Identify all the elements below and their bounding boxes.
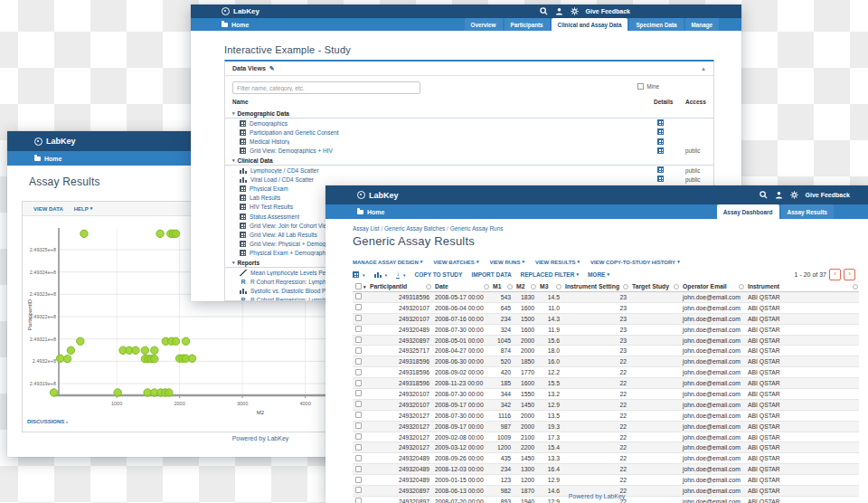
tab-manage[interactable]: Manage (685, 18, 719, 31)
data-point[interactable] (141, 346, 148, 354)
tree-category-row[interactable]: ▾Demographic Data (225, 109, 713, 119)
tab-clinical-and-assay-data[interactable]: Clinical and Assay Data (552, 18, 628, 31)
details-icon[interactable] (657, 166, 664, 174)
row-checkbox[interactable] (355, 422, 362, 429)
tree-item-link[interactable]: Grid View: All Lab Results (250, 232, 317, 238)
data-point[interactable] (172, 230, 179, 237)
data-point[interactable] (67, 346, 74, 354)
row-checkbox[interactable] (355, 326, 362, 332)
data-point[interactable] (132, 346, 139, 354)
menu-manage-assay-design[interactable]: MANAGE ASSAY DESIGN▾ (353, 259, 422, 265)
column-header-date[interactable]: Date (432, 281, 490, 292)
tree-item-link[interactable]: Lab Results (250, 195, 280, 201)
row-select-cell[interactable] (353, 335, 367, 346)
row-select-cell[interactable] (353, 346, 367, 356)
tree-item-link[interactable]: Systolic vs. Diastolic Blood Press (250, 288, 337, 294)
tree-item-row[interactable]: Medical History (225, 138, 713, 147)
home-link[interactable]: Home (222, 22, 249, 28)
row-checkbox[interactable] (355, 380, 362, 386)
row-checkbox[interactable] (355, 477, 362, 483)
tree-collapse-icon[interactable]: ▾ (232, 110, 235, 116)
row-select-cell[interactable] (353, 442, 367, 453)
row-checkbox[interactable] (355, 369, 362, 375)
row-select-cell[interactable] (353, 453, 367, 464)
column-header-target-study[interactable]: Target Study (629, 281, 680, 292)
sort-icon[interactable] (674, 284, 679, 289)
labkey-logo[interactable]: LabKey (357, 191, 399, 200)
home-link[interactable]: Home (357, 209, 384, 215)
sort-icon[interactable] (507, 284, 513, 289)
tab-overview[interactable]: Overview (465, 18, 503, 31)
tab-assay-dashboard[interactable]: Assay Dashboard (717, 204, 779, 219)
row-select-cell[interactable] (353, 378, 367, 389)
tree-item-link[interactable]: Demographics (250, 120, 288, 127)
data-point[interactable] (56, 355, 63, 362)
toolbar-button-more[interactable]: MORE▾ (588, 271, 609, 278)
data-point[interactable] (80, 230, 88, 237)
data-point[interactable] (63, 355, 71, 362)
data-point[interactable] (165, 389, 173, 396)
row-checkbox[interactable] (355, 466, 362, 472)
tree-item-row[interactable]: Participation and Genetic Consent (225, 128, 713, 137)
tree-item-link[interactable]: Grid View: Demographics + HIV (250, 147, 333, 154)
chart-icon[interactable]: ▾ (374, 271, 388, 278)
tab-specimen-data[interactable]: Specimen Data (629, 18, 683, 31)
mine-checkbox[interactable] (637, 83, 644, 90)
tree-item-link[interactable]: HIV Test Results (250, 204, 293, 210)
give-feedback-link[interactable]: Give Feedback (806, 192, 850, 198)
tree-category-row[interactable]: ▾Clinical Data (225, 156, 713, 166)
row-checkbox[interactable] (355, 304, 362, 310)
sort-icon[interactable] (739, 284, 744, 289)
data-point[interactable] (182, 337, 189, 345)
row-select-cell[interactable] (353, 389, 367, 400)
row-select-cell[interactable] (353, 410, 367, 421)
column-header-m1[interactable]: M1 (490, 281, 514, 292)
breadcrumb-link[interactable]: Assay List (353, 225, 380, 232)
grid-icon[interactable]: ▾ (353, 271, 365, 278)
details-icon[interactable] (657, 138, 664, 146)
row-select-cell[interactable] (353, 313, 367, 324)
row-select-cell[interactable] (353, 399, 367, 410)
row-checkbox[interactable] (355, 433, 362, 440)
sort-icon[interactable] (623, 284, 628, 289)
panel-menu-help[interactable]: HELP▾ (74, 205, 93, 212)
row-checkbox[interactable] (355, 401, 362, 407)
tree-item-row[interactable]: Demographics (225, 119, 713, 128)
column-header-instrument-setting[interactable]: Instrument Setting (562, 281, 629, 292)
tree-item-link[interactable]: Physical Exam + Demographics (250, 250, 333, 256)
user-icon[interactable] (555, 7, 563, 15)
row-select-cell[interactable] (353, 356, 367, 367)
menu-view-batches[interactable]: VIEW BATCHES▾ (433, 259, 478, 265)
collapse-icon[interactable]: ▲ (701, 66, 706, 71)
labkey-logo[interactable]: LabKey (34, 137, 76, 146)
row-select-cell[interactable] (353, 324, 367, 335)
row-checkbox[interactable] (355, 293, 362, 299)
row-checkbox[interactable] (355, 444, 362, 451)
breadcrumb-link[interactable]: Generic Assay Batches (384, 225, 445, 232)
tree-item-row[interactable]: Lymphocyte / CD4 Scatterpublic (225, 166, 713, 175)
pencil-icon[interactable]: ✎ (269, 65, 275, 72)
details-icon[interactable] (657, 176, 664, 183)
prev-page-button[interactable]: ‹ (829, 269, 841, 280)
row-select-cell[interactable] (353, 432, 367, 442)
tree-item-link[interactable]: Medical History (250, 138, 289, 145)
menu-view-results[interactable]: VIEW RESULTS▾ (535, 259, 580, 265)
data-point[interactable] (151, 346, 158, 354)
tree-item-link[interactable]: Physical Exam (250, 185, 288, 192)
row-select-cell[interactable] (353, 292, 367, 303)
row-checkbox[interactable] (355, 347, 362, 354)
sort-icon[interactable] (531, 284, 536, 289)
panel-menu-view-data[interactable]: VIEW DATA (33, 206, 63, 212)
row-checkbox[interactable] (355, 315, 362, 321)
sort-icon[interactable] (426, 284, 431, 289)
home-link[interactable]: Home (34, 156, 61, 162)
column-header-participantid[interactable]: ParticipantId (367, 281, 432, 292)
discussions-link[interactable]: DISCUSSIONS › (27, 419, 68, 424)
data-point[interactable] (188, 355, 195, 362)
tree-item-link[interactable]: Lymphocyte / CD4 Scatter (250, 167, 319, 174)
sort-icon[interactable] (853, 284, 858, 289)
gear-icon[interactable] (571, 7, 579, 15)
row-select-cell[interactable] (353, 421, 367, 432)
tree-item-link[interactable]: Status Assessment (250, 214, 299, 220)
powered-by-footer[interactable]: Powered by LabKey (326, 493, 868, 499)
